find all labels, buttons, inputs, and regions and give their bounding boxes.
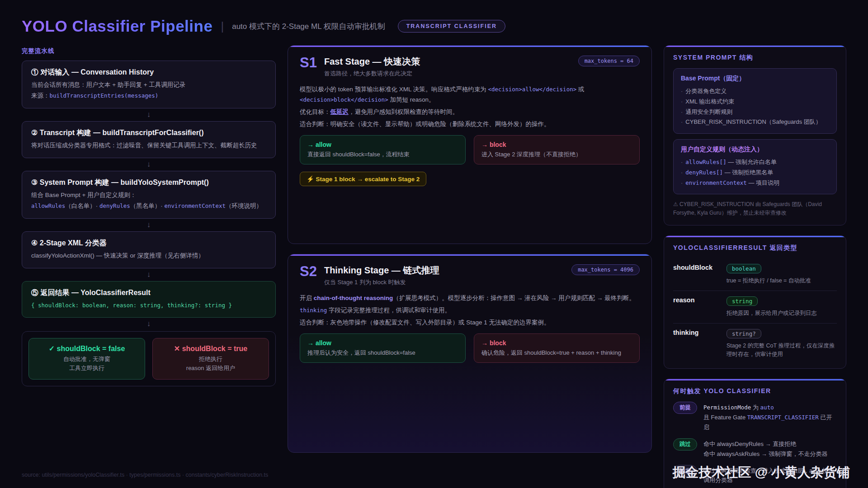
stage1-header: S1 Fast Stage — 快速决策 首选路径，绝大多数请求在此决定 max…: [300, 56, 640, 78]
escalate-badge: ⚡ Stage 1 block → escalate to Stage 2: [300, 172, 426, 186]
stage2-allow-box: → allow 推理后认为安全，返回 shouldBlock=false: [300, 333, 466, 363]
result-type-panel: YOLOCLASSIFIERRESULT 返回类型 shouldBlock bo…: [664, 235, 846, 369]
base-prompt-item-text: CYBER_RISK_INSTRUCTION（Safeguards 团队）: [685, 118, 821, 125]
field-detail: string? Stage 2 的完整 CoT 推理过程，仅在深度推理时存在，供…: [726, 329, 837, 359]
stage1-paragraph-2: 优化目标：低延迟，避免用户感知到权限检查的等待时间。: [300, 107, 640, 117]
s1-p2-text: ，避免用户感知到权限检查的等待时间。: [349, 108, 458, 115]
code-denyRules: denyRules: [99, 202, 130, 209]
custom-rules-item-text: — 强制允许白名单: [726, 159, 777, 165]
base-prompt-item: ·CYBER_RISK_INSTRUCTION（Safeguards 团队）: [681, 117, 829, 127]
trigger-panel-header: 何时触发 YOLO CLASSIFIER: [673, 387, 837, 395]
code-buildTranscriptEntries: buildTranscriptEntries(messages): [50, 92, 159, 99]
base-prompt-box: Base Prompt（固定） ·分类器角色定义 ·XML 输出格式约束 ·通用…: [673, 68, 837, 134]
stage1-allow-desc: 直接返回 shouldBlock=false，流程结束: [307, 150, 458, 159]
code-allowRules-array: allowRules[]: [685, 159, 726, 165]
base-prompt-item: ·分类器角色定义: [681, 86, 829, 97]
s1-p1-text: 或: [576, 86, 584, 93]
code-environmentContext: environmentContext: [165, 202, 226, 209]
source-paths: source: utils/permissions/yoloClassifier…: [22, 472, 268, 478]
step-desc: classifyYoloActionXml() — 快速决策 or 深度推理（见…: [31, 251, 266, 261]
trigger-text-part: 命中 alwaysDenyRules → 直接拒绝: [703, 441, 796, 447]
custom-rules-box: 用户自定义规则（动态注入） ·allowRules[] — 强制允许白名单 ·d…: [673, 139, 837, 194]
code-yolo-classifier-result: { shouldBlock: boolean, reason: string, …: [31, 302, 232, 309]
pill-skip: 跳过: [673, 438, 697, 450]
pipeline-outcomes: ✓ shouldBlock = false 自动批准，无弹窗 工具立即执行 ✕ …: [22, 331, 276, 386]
custom-rules-item: ·environmentContext — 项目说明: [681, 178, 829, 188]
code-environmentContext2: environmentContext: [685, 179, 746, 186]
field-desc: true = 拒绝执行 / false = 自动批准: [726, 277, 811, 285]
step-rules-line: allowRules（白名单）· denyRules（黑名单）· environ…: [31, 202, 266, 211]
custom-rules-item: ·allowRules[] — 强制允许白名单: [681, 157, 829, 168]
down-arrow-icon: ↓: [22, 158, 276, 171]
bullet-icon: ·: [681, 169, 683, 176]
outcome-block-title: ✕ shouldBlock = true: [156, 344, 265, 353]
bullet-icon: ·: [681, 179, 683, 186]
pipeline-step-conversation: ① 对话输入 — Conversation History 当前会话所有消息：用…: [22, 61, 276, 108]
stage1-titles: Fast Stage — 快速决策 首选路径，绝大多数请求在此决定: [324, 56, 420, 78]
step-desc: 组合 Base Prompt + 用户自定义规则：: [31, 191, 266, 200]
step-source-line: 来源：buildTranscriptEntries(messages): [31, 91, 266, 101]
stage2-titles: Thinking Stage — 链式推理 仅当 Stage 1 判为 bloc…: [324, 264, 439, 286]
stage1-paragraph-3: 适合判断：明确安全（读文件、显示帮助）或明确危险（删除系统文件、网络外发）的操作…: [300, 119, 640, 130]
bullet-icon: ·: [681, 159, 683, 165]
s2-p1-text: 开启: [300, 295, 314, 301]
code-decision-allow: <decision>allow</decision>: [488, 86, 577, 93]
cot-highlight: chain-of-thought reasoning: [314, 295, 393, 301]
field-detail: boolean true = 拒绝执行 / false = 自动批准: [726, 264, 811, 285]
field-detail: string 拒绝原因，展示给用户或记录到日志: [726, 296, 817, 318]
field-name: reason: [673, 296, 726, 318]
bullet-icon: ·: [681, 98, 683, 105]
stage2-block-box: → block 确认危险，返回 shouldBlock=true + reaso…: [474, 333, 640, 363]
s1-p2-label: 优化目标：: [300, 108, 330, 115]
stage2-header: S2 Thinking Stage — 链式推理 仅当 Stage 1 判为 b…: [300, 264, 640, 286]
step-desc: 当前会话所有消息：用户文本 + 助手回复 + 工具调用记录: [31, 80, 266, 90]
code-allowRules: allowRules: [31, 202, 65, 209]
base-prompt-item: ·通用安全判断规则: [681, 107, 829, 117]
step-title: ⑤ 返回结果 — YoloClassifierResult: [31, 288, 266, 298]
base-prompt-item: ·XML 输出格式约束: [681, 97, 829, 107]
trigger-text: 命中 alwaysDenyRules → 直接拒绝 命中 alwaysAskRu…: [703, 439, 827, 459]
stage2-card: S2 Thinking Stage — 链式推理 仅当 Stage 1 判为 b…: [288, 254, 652, 453]
stage2-body: 开启 chain-of-thought reasoning（扩展思考模式）。模型…: [300, 293, 640, 328]
type-badge-string-optional: string?: [726, 329, 761, 338]
result-type-line: { shouldBlock: boolean, reason: string, …: [31, 301, 266, 310]
stage1-allow-title: → allow: [307, 141, 458, 148]
code-thinking-field: thinking: [300, 307, 327, 314]
rules-sep: （黑名单）·: [130, 202, 165, 209]
bullet-icon: ·: [681, 88, 683, 94]
outcome-block-line2: reason 返回给用户: [156, 364, 265, 372]
page-subtitle: auto 模式下的 2-Stage ML 权限自动审批机制: [232, 21, 385, 32]
stage2-block-title: → block: [481, 339, 632, 347]
info-column: SYSTEM PROMPT 结构 Base Prompt（固定） ·分类器角色定…: [664, 45, 846, 488]
step-title: ② Transcript 构建 — buildTranscriptForClas…: [31, 128, 266, 138]
pipeline-step-system-prompt: ③ System Prompt 构建 — buildYoloSystemProm…: [22, 171, 276, 219]
trigger-text: PermissionMode 为 auto 且 Feature Gate TRA…: [703, 403, 837, 432]
outcome-allow-card: ✓ shouldBlock = false 自动批准，无弹窗 工具立即执行: [28, 338, 145, 380]
stage2-block-desc: 确认危险，返回 shouldBlock=true + reason + thin…: [481, 349, 632, 357]
step-title: ③ System Prompt 构建 — buildYoloSystemProm…: [31, 178, 266, 188]
stage1-subtitle: 首选路径，绝大多数请求在此决定: [324, 70, 420, 78]
result-row-thinking: thinking string? Stage 2 的完整 CoT 推理过程，仅在…: [673, 324, 837, 361]
stage1-block-desc: 进入 Stage 2 深度推理（不直接拒绝）: [481, 150, 632, 159]
header-divider: |: [221, 19, 224, 33]
s1-p1-text: 加简短 reason。: [388, 96, 435, 103]
down-arrow-icon: ↓: [22, 108, 276, 121]
header: YOLO Classifier Pipeline | auto 模式下的 2-S…: [22, 14, 846, 39]
stage2-subtitle: 仅当 Stage 1 判为 block 时触发: [324, 278, 439, 286]
stage2-allow-desc: 推理后认为安全，返回 shouldBlock=false: [307, 349, 458, 357]
page: YOLO Classifier Pipeline | auto 模式下的 2-S…: [0, 0, 868, 488]
code-transcript-classifier-gate: TRANSCRIPT_CLASSIFIER: [747, 414, 819, 421]
trigger-text-part: 且 Feature Gate: [703, 414, 747, 421]
code-decision-block: <decision>block</decision>: [300, 96, 388, 103]
step-title: ① 对话输入 — Conversation History: [31, 68, 266, 77]
result-row-shouldblock: shouldBlock boolean true = 拒绝执行 / false …: [673, 258, 837, 291]
outcome-allow-title: ✓ shouldBlock = false: [33, 344, 141, 353]
stage1-block-title: → block: [481, 141, 632, 148]
stage2-paragraph-1: 开启 chain-of-thought reasoning（扩展思考模式）。模型…: [300, 293, 640, 304]
stage1-card: S1 Fast Stage — 快速决策 首选路径，绝大多数请求在此决定 max…: [288, 45, 652, 244]
pipeline-step-classifier: ④ 2-Stage XML 分类器 classifyYoloActionXml(…: [22, 231, 276, 268]
custom-rules-item: ·denyRules[] — 强制拒绝黑名单: [681, 168, 829, 178]
down-arrow-icon: ↓: [22, 318, 276, 330]
trigger-text-part: 为: [751, 404, 760, 411]
system-prompt-panel: SYSTEM PROMPT 结构 Base Prompt（固定） ·分类器角色定…: [664, 45, 846, 225]
